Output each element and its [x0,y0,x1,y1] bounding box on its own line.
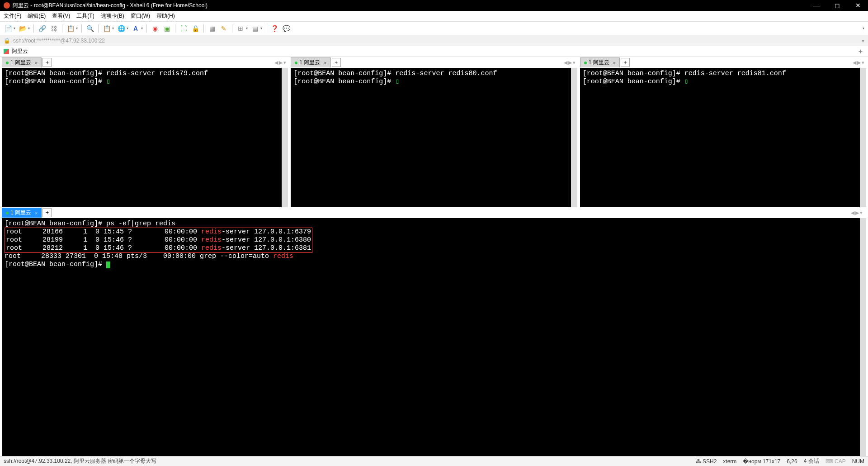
tab-prev-icon[interactable]: ◀ [851,210,854,216]
tab-list-icon[interactable]: ▾ [573,60,576,66]
scrollbar[interactable] [282,68,288,207]
status-dot-icon [6,212,9,214]
address-dropdown-icon[interactable]: ▾ [862,38,864,44]
xagent-icon[interactable]: ◉ [151,24,160,33]
toolbar-overflow-icon[interactable]: ▾ [863,26,864,30]
dropdown-icon[interactable]: ▾ [260,26,262,30]
window-controls: — ◻ ✕ [810,2,864,9]
toolbar: 📄▾ 📂▾ 🔗 ⛓ 📋▾ 🔍 📋▾ 🌐▾ A▾ ◉ ▣ ⛶ 🔒 ▦ ✎ ⊞▾ ▤… [0,22,868,35]
scrollbar[interactable] [860,68,866,207]
status-caps: ⌨ CAP [826,458,846,465]
tab-list-icon[interactable]: ▾ [860,210,863,216]
menu-window[interactable]: 窗口(W) [131,12,150,20]
tab-nav: ◀ ▶ ▾ [274,60,288,66]
dropdown-icon[interactable]: ▾ [28,26,30,30]
app-icon [4,2,10,9]
tab-prev-icon[interactable]: ◀ [853,60,856,66]
separator [203,24,204,33]
tab-prev-icon[interactable]: ◀ [274,60,278,66]
menu-help[interactable]: 帮助(H) [156,12,175,20]
chat-icon[interactable]: 💬 [282,24,291,33]
tab-list-icon[interactable]: ▾ [283,60,286,66]
layout-icon[interactable]: ▤ [250,24,259,33]
fullscreen-icon[interactable]: ⛶ [179,24,188,33]
tab-aliyun[interactable]: 1 阿里云 × [291,57,330,67]
separator [266,24,266,33]
close-tab-icon[interactable]: × [35,60,38,66]
lock-icon[interactable]: 🔒 [191,24,200,33]
cursor-icon: ▯ [395,78,399,86]
scrollbar[interactable] [571,68,577,207]
close-tab-icon[interactable]: × [613,60,616,66]
menu-edit[interactable]: 编辑(E) [28,12,46,20]
status-left: ssh://root@47.92.33.100:22, 阿里云服务器 密码第一个… [4,457,156,465]
bottom-pane: 1 阿里云 × + ◀ ▶ ▾ [root@BEAN bean-config]#… [0,207,868,456]
tab-aliyun-active[interactable]: 1 阿里云 × [2,208,42,218]
dropdown-icon[interactable]: ▾ [141,26,143,30]
menu-tabs[interactable]: 选项卡(B) [101,12,124,20]
terminal-3[interactable]: [root@BEAN bean-config]# redis-server re… [580,68,866,207]
tab-nav: ◀ ▶ ▾ [853,60,866,66]
status-term: xterm [723,458,736,465]
reconnect-icon[interactable]: 🔗 [38,24,47,33]
close-tab-icon[interactable]: × [35,210,38,216]
disconnect-icon[interactable]: ⛓ [49,24,58,33]
session-flag-icon [4,49,9,54]
add-tab-button[interactable]: + [332,58,341,67]
add-tab-button[interactable]: + [42,208,52,217]
minimize-button[interactable]: — [810,2,823,9]
titlebar: 阿里云 - root@BEAN:/usr/local/bin/bean-conf… [0,0,868,11]
tab-next-icon[interactable]: ▶ [568,60,572,66]
tab-label: 1 阿里云 [10,59,31,67]
status-dot-icon [6,62,9,64]
addressbar[interactable]: 🔒 ssh://root:***********@47.92.33.100:22… [0,35,868,46]
cursor-icon [106,262,110,268]
status-ssh: 🖧 SSH2 [696,458,717,465]
tab-label: 1 阿里云 [299,59,320,67]
tab-label: 1 阿里云 [589,59,609,67]
add-tab-button[interactable]: + [42,58,52,67]
properties-icon[interactable]: 📋 [102,24,111,33]
dropdown-icon[interactable]: ▾ [14,26,15,30]
tab-list-icon[interactable]: ▾ [862,60,864,66]
dropdown-icon[interactable]: ▾ [127,26,128,30]
tile-icon[interactable]: ▦ [208,24,217,33]
terminal-bottom[interactable]: [root@BEAN bean-config]# ps -ef|grep red… [2,218,866,456]
copy-icon[interactable]: 📋 [66,24,75,33]
add-session-button[interactable]: + [857,48,864,56]
terminal-2[interactable]: [root@BEAN bean-config]# redis-server re… [291,68,577,207]
close-button[interactable]: ✕ [852,2,864,9]
add-tab-button[interactable]: + [621,58,630,67]
arrange-icon[interactable]: ⊞ [236,24,245,33]
status-right: 🖧 SSH2 xterm �норм 171x17 6,26 4 会话 ⌨ CA… [696,457,864,465]
menubar: 文件(F) 编辑(E) 查看(V) 工具(T) 选项卡(B) 窗口(W) 帮助(… [0,11,868,22]
tab-next-icon[interactable]: ▶ [279,60,283,66]
help-icon[interactable]: ❓ [270,24,279,33]
lock-icon: 🔒 [4,38,10,44]
close-tab-icon[interactable]: × [324,60,326,66]
tab-next-icon[interactable]: ▶ [855,210,859,216]
new-session-icon[interactable]: 📄 [4,24,13,33]
xftp-icon[interactable]: ▣ [162,24,171,33]
menu-view[interactable]: 查看(V) [52,12,70,20]
menu-tools[interactable]: 工具(T) [76,12,94,20]
dropdown-icon[interactable]: ▾ [112,26,114,30]
terminal-1[interactable]: [root@BEAN bean-config]# redis-server re… [2,68,288,207]
dropdown-icon[interactable]: ▾ [76,26,78,30]
maximize-button[interactable]: ◻ [831,2,844,9]
session-name[interactable]: 阿里云 [12,48,28,55]
menu-file[interactable]: 文件(F) [4,12,21,20]
tab-next-icon[interactable]: ▶ [857,60,861,66]
dropdown-icon[interactable]: ▾ [246,26,248,30]
search-icon[interactable]: 🔍 [85,24,94,33]
redis-process-box: root 28166 1 0 15:45 ? 00:00:00 redis-se… [5,228,312,253]
tab-aliyun[interactable]: 1 阿里云 × [2,57,42,67]
globe-icon[interactable]: 🌐 [117,24,126,33]
open-icon[interactable]: 📂 [18,24,27,33]
highlight-icon[interactable]: ✎ [219,24,228,33]
status-dot-icon [295,62,297,64]
tab-aliyun[interactable]: 1 阿里云 × [580,57,620,67]
scrollbar[interactable] [860,218,866,456]
tab-prev-icon[interactable]: ◀ [564,60,567,66]
font-icon[interactable]: A [131,24,140,33]
